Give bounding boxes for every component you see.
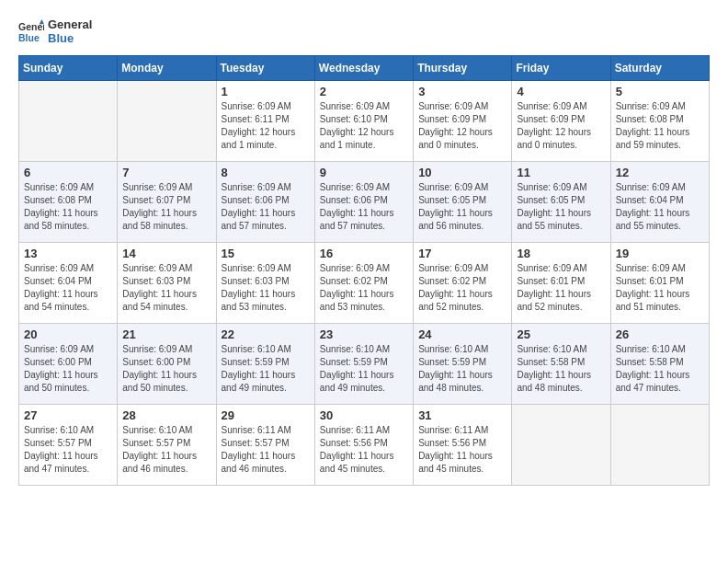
- day-info: Sunrise: 6:09 AM Sunset: 6:03 PM Dayligh…: [122, 262, 210, 314]
- calendar-cell: 29Sunrise: 6:11 AM Sunset: 5:57 PM Dayli…: [216, 404, 314, 485]
- day-info: Sunrise: 6:09 AM Sunset: 6:02 PM Dayligh…: [320, 262, 408, 314]
- day-number: 3: [418, 85, 506, 98]
- day-number: 19: [616, 247, 704, 260]
- calendar-cell: [19, 80, 118, 161]
- day-number: 25: [517, 327, 605, 341]
- calendar-cell: 26Sunrise: 6:10 AM Sunset: 5:58 PM Dayli…: [610, 323, 709, 404]
- calendar-cell: 23Sunrise: 6:10 AM Sunset: 5:59 PM Dayli…: [314, 323, 413, 404]
- day-info: Sunrise: 6:09 AM Sunset: 6:10 PM Dayligh…: [320, 100, 408, 152]
- calendar-cell: 2Sunrise: 6:09 AM Sunset: 6:10 PM Daylig…: [314, 80, 413, 161]
- calendar-cell: 10Sunrise: 6:09 AM Sunset: 6:05 PM Dayli…: [414, 161, 512, 242]
- calendar-cell: 20Sunrise: 6:09 AM Sunset: 6:00 PM Dayli…: [19, 323, 118, 404]
- day-info: Sunrise: 6:10 AM Sunset: 5:59 PM Dayligh…: [320, 343, 408, 395]
- calendar-cell: 6Sunrise: 6:09 AM Sunset: 6:08 PM Daylig…: [19, 161, 118, 242]
- calendar-cell: [118, 80, 216, 161]
- calendar-cell: 9Sunrise: 6:09 AM Sunset: 6:06 PM Daylig…: [314, 161, 413, 242]
- day-info: Sunrise: 6:09 AM Sunset: 6:09 PM Dayligh…: [517, 100, 605, 152]
- day-info: Sunrise: 6:09 AM Sunset: 6:08 PM Dayligh…: [616, 100, 704, 152]
- day-number: 30: [320, 408, 408, 422]
- calendar-cell: 8Sunrise: 6:09 AM Sunset: 6:06 PM Daylig…: [216, 161, 314, 242]
- calendar-cell: 18Sunrise: 6:09 AM Sunset: 6:01 PM Dayli…: [512, 242, 610, 323]
- day-number: 11: [517, 166, 605, 179]
- logo: General Blue General Blue: [18, 18, 92, 46]
- calendar-cell: 7Sunrise: 6:09 AM Sunset: 6:07 PM Daylig…: [118, 161, 216, 242]
- logo-blue-text: Blue: [48, 32, 92, 46]
- calendar-cell: 16Sunrise: 6:09 AM Sunset: 6:02 PM Dayli…: [314, 242, 413, 323]
- logo-general-text: General: [48, 18, 92, 32]
- calendar-cell: 19Sunrise: 6:09 AM Sunset: 6:01 PM Dayli…: [610, 242, 709, 323]
- weekday-header-sunday: Sunday: [19, 55, 118, 80]
- calendar-cell: 14Sunrise: 6:09 AM Sunset: 6:03 PM Dayli…: [118, 242, 216, 323]
- day-number: 20: [24, 327, 112, 341]
- calendar-week-row: 27Sunrise: 6:10 AM Sunset: 5:57 PM Dayli…: [19, 404, 710, 485]
- day-info: Sunrise: 6:09 AM Sunset: 6:07 PM Dayligh…: [122, 181, 210, 233]
- day-info: Sunrise: 6:09 AM Sunset: 6:00 PM Dayligh…: [24, 343, 112, 395]
- calendar-cell: 22Sunrise: 6:10 AM Sunset: 5:59 PM Dayli…: [216, 323, 314, 404]
- day-info: Sunrise: 6:11 AM Sunset: 5:56 PM Dayligh…: [320, 424, 408, 476]
- day-number: 17: [418, 247, 506, 260]
- day-number: 6: [24, 166, 112, 179]
- weekday-header-tuesday: Tuesday: [216, 55, 314, 80]
- weekday-header-saturday: Saturday: [610, 55, 709, 80]
- calendar-week-row: 1Sunrise: 6:09 AM Sunset: 6:11 PM Daylig…: [19, 80, 710, 161]
- calendar-week-row: 20Sunrise: 6:09 AM Sunset: 6:00 PM Dayli…: [19, 323, 710, 404]
- day-info: Sunrise: 6:09 AM Sunset: 6:03 PM Dayligh…: [222, 262, 310, 314]
- day-number: 29: [222, 408, 310, 422]
- weekday-header-wednesday: Wednesday: [314, 55, 413, 80]
- day-info: Sunrise: 6:09 AM Sunset: 6:06 PM Dayligh…: [222, 181, 310, 233]
- calendar-cell: 12Sunrise: 6:09 AM Sunset: 6:04 PM Dayli…: [610, 161, 709, 242]
- day-number: 21: [122, 327, 210, 341]
- day-number: 13: [24, 247, 112, 260]
- calendar-cell: 3Sunrise: 6:09 AM Sunset: 6:09 PM Daylig…: [414, 80, 512, 161]
- day-info: Sunrise: 6:09 AM Sunset: 6:04 PM Dayligh…: [616, 181, 704, 233]
- day-info: Sunrise: 6:09 AM Sunset: 6:11 PM Dayligh…: [222, 100, 310, 152]
- calendar-week-row: 13Sunrise: 6:09 AM Sunset: 6:04 PM Dayli…: [19, 242, 710, 323]
- page-header: General Blue General Blue: [18, 18, 710, 46]
- calendar-cell: 30Sunrise: 6:11 AM Sunset: 5:56 PM Dayli…: [314, 404, 413, 485]
- day-info: Sunrise: 6:09 AM Sunset: 6:09 PM Dayligh…: [418, 100, 506, 152]
- calendar-header-row: SundayMondayTuesdayWednesdayThursdayFrid…: [19, 55, 710, 80]
- calendar-cell: [610, 404, 709, 485]
- calendar-cell: 15Sunrise: 6:09 AM Sunset: 6:03 PM Dayli…: [216, 242, 314, 323]
- day-info: Sunrise: 6:09 AM Sunset: 6:08 PM Dayligh…: [24, 181, 112, 233]
- day-number: 26: [616, 327, 704, 341]
- day-info: Sunrise: 6:10 AM Sunset: 5:58 PM Dayligh…: [616, 343, 704, 395]
- day-number: 4: [517, 85, 605, 98]
- day-info: Sunrise: 6:09 AM Sunset: 6:01 PM Dayligh…: [616, 262, 704, 314]
- weekday-header-monday: Monday: [118, 55, 216, 80]
- calendar-cell: 31Sunrise: 6:11 AM Sunset: 5:56 PM Dayli…: [414, 404, 512, 485]
- calendar-cell: 27Sunrise: 6:10 AM Sunset: 5:57 PM Dayli…: [19, 404, 118, 485]
- day-info: Sunrise: 6:10 AM Sunset: 5:58 PM Dayligh…: [517, 343, 605, 395]
- day-number: 10: [418, 166, 506, 179]
- calendar-cell: 25Sunrise: 6:10 AM Sunset: 5:58 PM Dayli…: [512, 323, 610, 404]
- day-info: Sunrise: 6:10 AM Sunset: 5:59 PM Dayligh…: [418, 343, 506, 395]
- day-number: 23: [320, 327, 408, 341]
- calendar-week-row: 6Sunrise: 6:09 AM Sunset: 6:08 PM Daylig…: [19, 161, 710, 242]
- day-number: 27: [24, 408, 112, 422]
- day-number: 12: [616, 166, 704, 179]
- calendar-cell: 17Sunrise: 6:09 AM Sunset: 6:02 PM Dayli…: [414, 242, 512, 323]
- day-number: 22: [222, 327, 310, 341]
- day-number: 8: [222, 166, 310, 179]
- weekday-header-friday: Friday: [512, 55, 610, 80]
- day-number: 2: [320, 85, 408, 98]
- calendar-cell: 5Sunrise: 6:09 AM Sunset: 6:08 PM Daylig…: [610, 80, 709, 161]
- calendar-table: SundayMondayTuesdayWednesdayThursdayFrid…: [18, 55, 710, 486]
- day-info: Sunrise: 6:09 AM Sunset: 6:05 PM Dayligh…: [517, 181, 605, 233]
- day-info: Sunrise: 6:09 AM Sunset: 6:05 PM Dayligh…: [418, 181, 506, 233]
- day-number: 7: [122, 166, 210, 179]
- day-number: 1: [222, 85, 310, 98]
- svg-text:Blue: Blue: [18, 32, 40, 43]
- weekday-header-thursday: Thursday: [414, 55, 512, 80]
- day-info: Sunrise: 6:09 AM Sunset: 6:06 PM Dayligh…: [320, 181, 408, 233]
- day-info: Sunrise: 6:11 AM Sunset: 5:57 PM Dayligh…: [222, 424, 310, 476]
- calendar-cell: 28Sunrise: 6:10 AM Sunset: 5:57 PM Dayli…: [118, 404, 216, 485]
- calendar-cell: [512, 404, 610, 485]
- calendar-cell: 24Sunrise: 6:10 AM Sunset: 5:59 PM Dayli…: [414, 323, 512, 404]
- day-number: 18: [517, 247, 605, 260]
- calendar-cell: 13Sunrise: 6:09 AM Sunset: 6:04 PM Dayli…: [19, 242, 118, 323]
- day-info: Sunrise: 6:09 AM Sunset: 6:01 PM Dayligh…: [517, 262, 605, 314]
- calendar-cell: 1Sunrise: 6:09 AM Sunset: 6:11 PM Daylig…: [216, 80, 314, 161]
- calendar-cell: 21Sunrise: 6:09 AM Sunset: 6:00 PM Dayli…: [118, 323, 216, 404]
- day-number: 5: [616, 85, 704, 98]
